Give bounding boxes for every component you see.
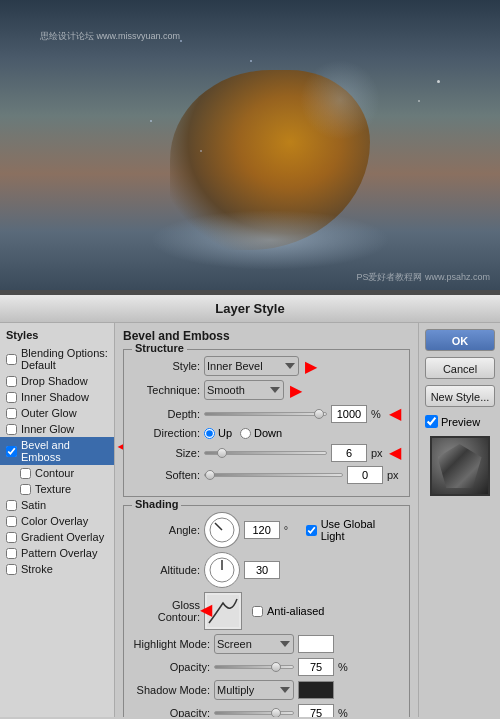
style-item-satin[interactable]: Satin xyxy=(0,497,114,513)
size-arrow-indicator: ◀ xyxy=(389,443,401,462)
style-item-bevel-emboss[interactable]: Bevel and Emboss ◀ xyxy=(0,437,114,465)
style-item-inner-glow[interactable]: Inner Glow xyxy=(0,421,114,437)
structure-section: Structure Style: Inner Bevel Outer Bevel… xyxy=(123,349,410,497)
shadow-opacity-input[interactable] xyxy=(298,704,334,717)
watermark-bottom: PS爱好者教程网 www.psahz.com xyxy=(356,271,490,284)
style-item-drop-shadow[interactable]: Drop Shadow xyxy=(0,373,114,389)
technique-select[interactable]: Smooth Chisel Hard Chisel Soft xyxy=(204,380,284,400)
blending-options-label: Blending Options: Default xyxy=(21,347,108,371)
depth-row: Depth: % ◀ xyxy=(132,404,401,423)
style-row: Style: Inner Bevel Outer Bevel Emboss Pi… xyxy=(132,356,401,376)
size-unit: px xyxy=(371,447,385,459)
contour-checkbox[interactable] xyxy=(20,468,31,479)
preview-row: Preview xyxy=(425,415,494,428)
satin-checkbox[interactable] xyxy=(6,500,17,511)
ok-button[interactable]: OK xyxy=(425,329,495,351)
angle-dial[interactable] xyxy=(204,512,240,548)
size-row: Size: px ◀ xyxy=(132,443,401,462)
highlight-opacity-slider-track[interactable] xyxy=(214,665,294,669)
style-item-color-overlay[interactable]: Color Overlay xyxy=(0,513,114,529)
shadow-mode-row: Shadow Mode: Multiply Normal Screen xyxy=(132,680,401,700)
preview-checkbox[interactable] xyxy=(425,415,438,428)
styles-header: Styles xyxy=(0,327,114,345)
shadow-opacity-field-label: Opacity: xyxy=(132,707,210,717)
style-item-inner-shadow[interactable]: Inner Shadow xyxy=(0,389,114,405)
style-item-contour[interactable]: Contour xyxy=(0,465,114,481)
style-item-texture[interactable]: Texture xyxy=(0,481,114,497)
highlight-opacity-slider-thumb[interactable] xyxy=(271,662,281,672)
highlight-mode-field-label: Highlight Mode: xyxy=(132,638,210,650)
highlight-opacity-field-label: Opacity: xyxy=(132,661,210,673)
highlight-opacity-input[interactable] xyxy=(298,658,334,676)
pattern-overlay-checkbox[interactable] xyxy=(6,548,17,559)
direction-up-radio[interactable] xyxy=(204,428,215,439)
soften-field-label: Soften: xyxy=(132,469,200,481)
shading-section: Shading Angle: ° Use Glob xyxy=(123,505,410,717)
bevel-emboss-checkbox[interactable] xyxy=(6,446,17,457)
direction-down-item[interactable]: Down xyxy=(240,427,282,439)
style-item-outer-glow[interactable]: Outer Glow xyxy=(0,405,114,421)
cancel-button[interactable]: Cancel xyxy=(425,357,495,379)
depth-slider-track[interactable] xyxy=(204,412,327,416)
depth-arrow-indicator: ◀ xyxy=(389,404,401,423)
altitude-dial[interactable] xyxy=(204,552,240,588)
global-light-row: Use Global Light xyxy=(306,518,401,542)
depth-slider-thumb[interactable] xyxy=(314,409,324,419)
altitude-input[interactable] xyxy=(244,561,280,579)
gradient-overlay-checkbox[interactable] xyxy=(6,532,17,543)
watermark-top: 思绘设计论坛 www.missvyuan.com xyxy=(40,30,180,43)
angle-row: Angle: ° Use Global Light xyxy=(132,512,401,548)
use-global-light-checkbox[interactable] xyxy=(306,525,317,536)
direction-down-radio[interactable] xyxy=(240,428,251,439)
shadow-opacity-slider-thumb[interactable] xyxy=(271,708,281,717)
gradient-overlay-label: Gradient Overlay xyxy=(21,531,104,543)
shadow-color-swatch[interactable] xyxy=(298,681,334,699)
size-slider-thumb[interactable] xyxy=(217,448,227,458)
size-input[interactable] xyxy=(331,444,367,462)
stroke-checkbox[interactable] xyxy=(6,564,17,575)
shading-label: Shading xyxy=(132,498,181,510)
style-arrow-indicator: ▶ xyxy=(305,357,317,376)
size-field-label: Size: xyxy=(132,447,200,459)
depth-input[interactable] xyxy=(331,405,367,423)
use-global-light-label: Use Global Light xyxy=(321,518,401,542)
shadow-opacity-slider-track[interactable] xyxy=(214,711,294,715)
new-style-button[interactable]: New Style... xyxy=(425,385,495,407)
highlight-mode-select[interactable]: Screen Normal Multiply xyxy=(214,634,294,654)
direction-row: Direction: Up Down xyxy=(132,427,401,439)
style-item-gradient-overlay[interactable]: Gradient Overlay xyxy=(0,529,114,545)
color-overlay-checkbox[interactable] xyxy=(6,516,17,527)
soften-slider-thumb[interactable] xyxy=(205,470,215,480)
texture-checkbox[interactable] xyxy=(20,484,31,495)
highlight-mode-row: Highlight Mode: Screen Normal Multiply xyxy=(132,634,401,654)
angle-input[interactable] xyxy=(244,521,280,539)
drop-shadow-checkbox[interactable] xyxy=(6,376,17,387)
highlight-color-swatch[interactable] xyxy=(298,635,334,653)
dialog-title: Layer Style xyxy=(0,295,500,323)
styles-panel: Styles Blending Options: Default Drop Sh… xyxy=(0,323,115,717)
bevel-emboss-label: Bevel and Emboss xyxy=(21,439,108,463)
anti-aliased-label: Anti-aliased xyxy=(267,605,324,617)
structure-label: Structure xyxy=(132,342,187,354)
outer-glow-checkbox[interactable] xyxy=(6,408,17,419)
style-item-blending-options[interactable]: Blending Options: Default xyxy=(0,345,114,373)
inner-shadow-checkbox[interactable] xyxy=(6,392,17,403)
soften-input[interactable] xyxy=(347,466,383,484)
style-select[interactable]: Inner Bevel Outer Bevel Emboss Pillow Em… xyxy=(204,356,299,376)
blending-options-checkbox[interactable] xyxy=(6,354,17,365)
inner-glow-checkbox[interactable] xyxy=(6,424,17,435)
angle-unit: ° xyxy=(284,524,298,536)
gloss-contour-arrow: ◀ xyxy=(200,600,212,619)
style-item-stroke[interactable]: Stroke xyxy=(0,561,114,577)
direction-up-item[interactable]: Up xyxy=(204,427,232,439)
highlight-opacity-row: Opacity: % xyxy=(132,658,401,676)
shadow-mode-select[interactable]: Multiply Normal Screen xyxy=(214,680,294,700)
soften-slider-track[interactable] xyxy=(204,473,343,477)
direction-field-label: Direction: xyxy=(132,427,200,439)
anti-aliased-checkbox[interactable] xyxy=(252,606,263,617)
size-slider-track[interactable] xyxy=(204,451,327,455)
soften-unit: px xyxy=(387,469,401,481)
altitude-field-label: Altitude: xyxy=(132,564,200,576)
style-item-pattern-overlay[interactable]: Pattern Overlay xyxy=(0,545,114,561)
direction-up-label: Up xyxy=(218,427,232,439)
